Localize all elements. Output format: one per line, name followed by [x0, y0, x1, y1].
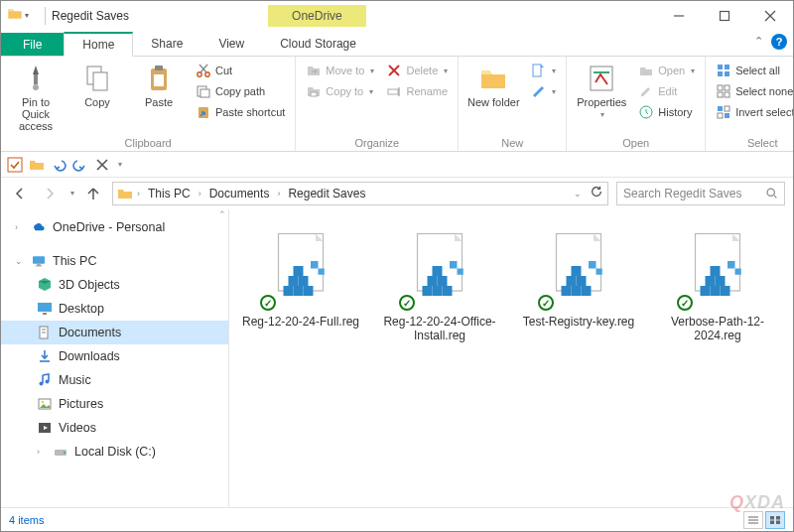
back-button[interactable] [9, 183, 31, 204]
sidebar-item-thispc[interactable]: ⌄ This PC [1, 249, 228, 273]
tab-cloud-storage[interactable]: Cloud Storage [262, 31, 374, 56]
search-input[interactable]: Search Regedit Saves [616, 182, 785, 205]
invert-selection-button[interactable]: Invert selection [712, 102, 794, 122]
svg-rect-32 [718, 92, 723, 97]
svg-rect-91 [711, 286, 721, 296]
sidebar-item-pictures[interactable]: Pictures [1, 392, 228, 416]
address-bar[interactable]: › This PC › Documents › Regedit Saves ⌄ [112, 182, 608, 205]
sidebar-item-downloads[interactable]: Downloads [1, 344, 228, 368]
file-item[interactable]: Verbose-Path-12-2024.reg [658, 221, 777, 342]
navigation-pane[interactable]: ⌃ › OneDrive - Personal ⌄ This PC 3D Obj… [1, 209, 229, 507]
view-icons-button[interactable] [765, 511, 785, 529]
sidebar-item-documents[interactable]: Documents [1, 321, 228, 344]
file-item[interactable]: Test-Registry-key.reg [519, 221, 638, 329]
view-details-button[interactable] [743, 511, 763, 529]
breadcrumb-thispc[interactable]: This PC [144, 187, 195, 200]
chevron-right-icon[interactable]: › [15, 222, 25, 232]
select-none-button[interactable]: Select none [712, 81, 794, 101]
paste-button[interactable]: Paste [130, 61, 188, 110]
scroll-up-icon[interactable]: ⌃ [218, 209, 226, 219]
reg-file-icon [534, 221, 623, 311]
svg-point-11 [198, 72, 201, 76]
svg-rect-37 [725, 113, 729, 118]
delete-icon[interactable] [94, 157, 110, 173]
svg-point-41 [767, 189, 774, 196]
music-icon [37, 372, 53, 388]
edit-button[interactable]: Edit [634, 81, 699, 101]
help-button[interactable]: ? [771, 34, 787, 50]
rename-button[interactable]: Rename [382, 81, 452, 101]
tab-share[interactable]: Share [133, 31, 200, 56]
svg-rect-83 [582, 286, 592, 296]
svg-rect-74 [443, 286, 453, 296]
close-button[interactable] [747, 1, 793, 31]
sidebar-item-onedrive[interactable]: › OneDrive - Personal [1, 215, 228, 239]
recent-locations-icon[interactable]: ▾ [70, 189, 74, 198]
svg-rect-34 [718, 106, 723, 111]
properties-button[interactable]: Properties ▾ [573, 61, 630, 121]
file-label: Test-Registry-key.reg [523, 315, 634, 329]
group-label-select: Select [712, 137, 794, 151]
chevron-right-icon[interactable]: › [37, 447, 47, 457]
tab-home[interactable]: Home [64, 32, 133, 57]
collapse-ribbon-icon[interactable]: ⌃ [754, 35, 763, 48]
easy-access-button[interactable]: ▾ [526, 81, 560, 101]
move-to-button[interactable]: Move to▾ [302, 61, 378, 80]
folder-icon[interactable] [29, 157, 45, 173]
svg-rect-38 [8, 158, 22, 172]
open-button[interactable]: Open▾ [634, 61, 699, 80]
file-list[interactable]: Reg-12-20-24-Full.reg Reg-12-20-24-Offic… [229, 209, 793, 507]
breadcrumb-current[interactable]: Regedit Saves [284, 187, 369, 200]
pin-to-quick-access-button[interactable]: Pin to Quick access [7, 61, 65, 134]
minimize-button[interactable] [656, 1, 702, 31]
file-item[interactable]: Reg-12-20-24-Office-Install.reg [380, 221, 499, 342]
copy-path-button[interactable]: Copy path [192, 81, 289, 101]
svg-rect-28 [718, 71, 723, 76]
ribbon-group-clipboard: Pin to Quick access Copy Paste Cut Copy … [1, 57, 296, 151]
sidebar-item-desktop[interactable]: Desktop [1, 297, 228, 321]
svg-rect-79 [577, 276, 587, 286]
qat-dropdown-icon[interactable]: ▾ [25, 11, 33, 20]
select-all-button[interactable]: Select all [712, 61, 794, 80]
svg-point-52 [40, 382, 44, 386]
delete-button[interactable]: Delete▾ [382, 61, 452, 80]
paste-shortcut-button[interactable]: Paste shortcut [192, 102, 289, 122]
checkbox-toggle-icon[interactable] [7, 157, 23, 173]
undo-icon[interactable] [51, 157, 66, 173]
breadcrumb-documents[interactable]: Documents [205, 187, 274, 200]
redo-icon[interactable] [72, 157, 88, 173]
svg-rect-7 [93, 72, 107, 90]
maximize-button[interactable] [702, 1, 747, 31]
sidebar-item-videos[interactable]: Videos [1, 416, 228, 440]
qat-more-icon[interactable]: ▾ [118, 160, 122, 169]
computer-icon [31, 253, 47, 269]
chevron-right-icon[interactable]: › [135, 189, 142, 199]
up-button[interactable] [82, 183, 104, 204]
context-tab-onedrive[interactable]: OneDrive [268, 5, 366, 27]
history-button[interactable]: History [634, 102, 699, 122]
new-folder-button[interactable]: New folder [464, 61, 522, 110]
sidebar-item-localdisk[interactable]: › Local Disk (C:) [1, 440, 228, 464]
file-item[interactable]: Reg-12-20-24-Full.reg [241, 221, 360, 329]
new-item-button[interactable]: ▾ [526, 61, 560, 80]
chevron-down-icon[interactable]: ⌄ [15, 256, 25, 266]
cut-button[interactable]: Cut [192, 61, 289, 80]
svg-rect-21 [388, 89, 398, 94]
svg-line-14 [199, 65, 206, 72]
tab-file[interactable]: File [1, 33, 64, 56]
copy-button[interactable]: Copy [68, 61, 126, 110]
refresh-button[interactable] [590, 185, 603, 201]
svg-rect-45 [36, 266, 43, 267]
svg-rect-16 [200, 89, 209, 97]
folder-icon [7, 6, 23, 26]
forward-button[interactable] [39, 183, 61, 204]
copy-to-button[interactable]: Copy to▾ [302, 81, 378, 101]
address-dropdown-icon[interactable]: ⌄ [568, 189, 588, 199]
tab-view[interactable]: View [200, 31, 262, 56]
chevron-right-icon[interactable]: › [197, 189, 203, 199]
svg-rect-82 [572, 286, 582, 296]
sidebar-item-3dobjects[interactable]: 3D Objects [1, 273, 228, 297]
chevron-right-icon[interactable]: › [275, 189, 282, 199]
sidebar-item-music[interactable]: Music [1, 368, 228, 392]
drive-icon [53, 444, 68, 460]
